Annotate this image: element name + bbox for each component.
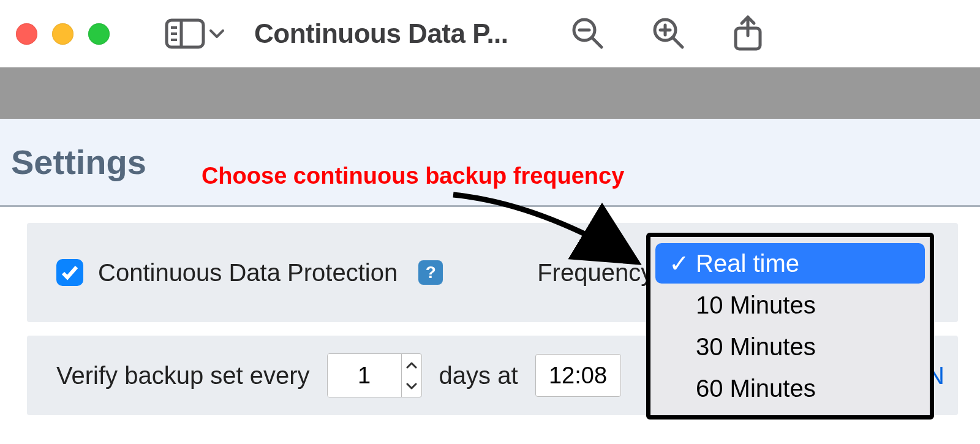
annotation-text: Choose continuous backup frequency xyxy=(202,135,624,189)
settings-heading: Settings xyxy=(11,142,146,182)
chevron-down-icon xyxy=(209,28,225,39)
grey-separator-bar xyxy=(0,67,980,119)
minimize-window-button[interactable] xyxy=(52,23,74,45)
frequency-option-30min[interactable]: 30 Minutes xyxy=(655,327,925,367)
svg-line-6 xyxy=(592,37,601,47)
stepper-down-button[interactable] xyxy=(402,375,421,397)
chevron-up-icon xyxy=(406,361,417,369)
settings-header: Settings Choose continuous backup freque… xyxy=(0,119,980,207)
stepper-up-button[interactable] xyxy=(402,354,421,375)
check-icon xyxy=(61,264,79,281)
frequency-option-label: Real time xyxy=(691,250,799,277)
sidebar-toggle-button[interactable] xyxy=(165,18,225,49)
window-title: Continuous Data P... xyxy=(254,18,508,49)
frequency-option-60min[interactable]: 60 Minutes xyxy=(655,369,925,409)
fullscreen-window-button[interactable] xyxy=(88,23,110,45)
chevron-down-icon xyxy=(406,383,417,390)
verify-days-stepper-buttons xyxy=(401,354,421,397)
frequency-option-realtime[interactable]: ✓ Real time xyxy=(655,243,925,284)
frequency-option-label: 60 Minutes xyxy=(669,375,816,402)
verify-prefix-label: Verify backup set every xyxy=(56,362,310,389)
cdp-checkbox-label: Continuous Data Protection xyxy=(98,259,398,287)
toolbar-right xyxy=(570,15,764,53)
frequency-dropdown[interactable]: ✓ Real time 10 Minutes 30 Minutes 60 Min… xyxy=(646,233,934,420)
share-button[interactable] xyxy=(731,15,764,53)
window-titlebar: Continuous Data P... xyxy=(0,0,980,67)
verify-days-stepper[interactable] xyxy=(327,353,422,397)
zoom-in-button[interactable] xyxy=(650,15,687,52)
verify-days-word: days at xyxy=(439,362,518,389)
sidebar-toggle-icon xyxy=(165,18,205,49)
frequency-option-10min[interactable]: 10 Minutes xyxy=(655,285,925,325)
check-icon: ✓ xyxy=(669,249,691,277)
frequency-option-label: 30 Minutes xyxy=(669,333,816,361)
verify-days-input[interactable] xyxy=(328,354,401,397)
verify-time-input[interactable] xyxy=(535,354,621,397)
window-traffic-lights xyxy=(16,23,110,45)
frequency-label: Frequency xyxy=(537,259,653,287)
frequency-option-label: 10 Minutes xyxy=(669,292,816,319)
close-window-button[interactable] xyxy=(16,23,37,45)
svg-line-9 xyxy=(673,37,682,47)
cdp-help-button[interactable]: ? xyxy=(418,260,443,285)
cdp-checkbox[interactable] xyxy=(56,259,83,286)
zoom-out-button[interactable] xyxy=(570,15,606,52)
